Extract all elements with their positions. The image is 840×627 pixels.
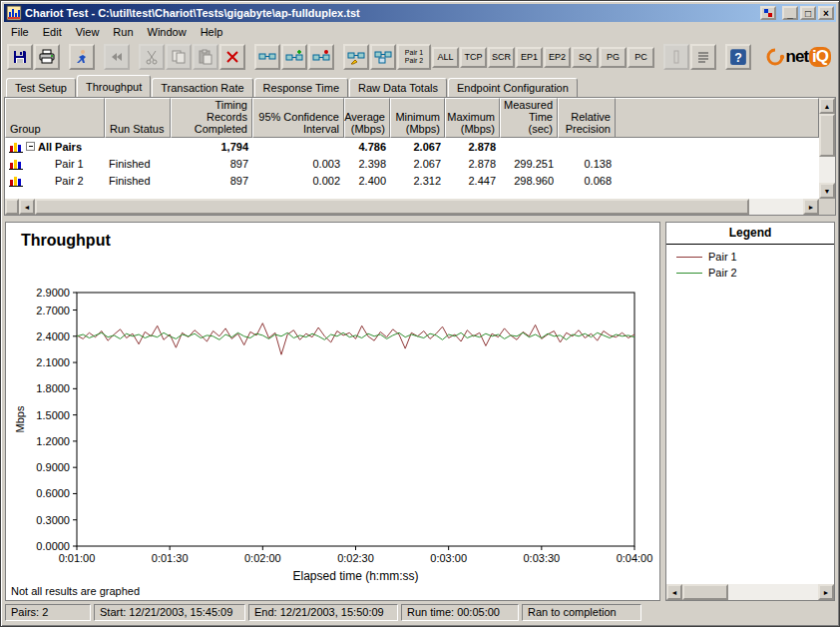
column-header-relative[interactable]: Relative Precision	[558, 98, 616, 138]
replicate-pair-button[interactable]	[370, 44, 396, 70]
scroll-right-button[interactable]: ►	[803, 199, 819, 215]
table-row-pair-1[interactable]: Pair 1Finished8970.0032.3982.0672.878299…	[5, 155, 819, 172]
scroll-left-button[interactable]: ◄	[19, 199, 35, 215]
add-pair-button[interactable]	[254, 44, 280, 70]
maximize-button[interactable]: □	[800, 6, 816, 20]
pane-splitter-button[interactable]	[5, 199, 19, 215]
svg-text:Mbps: Mbps	[14, 405, 26, 432]
legend-hscroll-thumb[interactable]	[682, 584, 728, 600]
pair-icon	[258, 49, 276, 65]
scroll-up-button[interactable]: ▲	[819, 98, 835, 114]
menu-edit[interactable]: Edit	[36, 24, 69, 40]
column-header-timing-records[interactable]: Timing Records Completed	[171, 98, 252, 138]
column-header-run-status[interactable]: Run Status	[105, 98, 171, 138]
tab-transaction-rate[interactable]: Transaction Rate	[152, 78, 252, 97]
menu-file[interactable]: File	[4, 24, 36, 40]
netiq-logo-net: net	[786, 47, 809, 67]
scissors-icon	[144, 49, 160, 65]
column-header-95-confidence[interactable]: 95% Confidence Interval	[252, 98, 344, 138]
pairs-list-button[interactable]: Pair 1Pair 2	[397, 44, 431, 70]
tab-response-time[interactable]: Response Time	[254, 78, 348, 97]
delete-x-icon	[224, 49, 240, 65]
cell-maximum: 2.878	[445, 158, 500, 170]
save-button[interactable]	[7, 44, 33, 70]
table-header: GroupRun StatusTiming Records Completed9…	[5, 98, 819, 138]
column-header-maximum[interactable]: Maximum (Mbps)	[445, 98, 500, 138]
legend-scroll-right-button[interactable]: ►	[818, 584, 834, 600]
collapse-toggle[interactable]	[26, 142, 35, 151]
svg-text:1.5000: 1.5000	[36, 409, 70, 421]
menu-window[interactable]: Window	[141, 24, 194, 40]
svg-text:1.2000: 1.2000	[36, 435, 70, 447]
legend-line-sample	[676, 257, 702, 258]
rewind-results-button[interactable]	[104, 44, 130, 70]
title-bar[interactable]: Chariot Test - C:\util\test\Chariot\Test…	[4, 4, 836, 22]
column-header-minimum[interactable]: Minimum (Mbps)	[390, 98, 445, 138]
help-button[interactable]: ?	[725, 44, 751, 70]
column-header-average[interactable]: Average (Mbps)	[344, 98, 390, 138]
filter-ep1-button[interactable]: EP1	[516, 47, 543, 68]
cell-average: 2.398	[344, 158, 390, 170]
delete-button[interactable]	[219, 44, 245, 70]
vscroll-thumb[interactable]	[819, 114, 835, 157]
cut-button[interactable]	[139, 44, 165, 70]
filter-ep2-button[interactable]: EP2	[544, 47, 571, 68]
grip-icon	[668, 49, 684, 65]
pair-chart-icon	[9, 141, 23, 153]
cell-timing-records: 897	[171, 175, 252, 187]
menu-help[interactable]: Help	[194, 24, 230, 40]
print-button[interactable]	[34, 44, 60, 70]
add-vpn-pair-button[interactable]	[308, 44, 334, 70]
legend-hscroll-track[interactable]	[682, 584, 818, 600]
tab-endpoint-configuration[interactable]: Endpoint Configuration	[448, 78, 578, 97]
close-button[interactable]: ×	[818, 6, 834, 20]
copy-button[interactable]	[166, 44, 192, 70]
paste-button[interactable]	[193, 44, 218, 70]
filter-sq-button[interactable]: SQ	[572, 47, 599, 68]
svg-text:0.9000: 0.9000	[36, 461, 70, 473]
filter-pc-button[interactable]: PC	[628, 47, 654, 68]
table-vscrollbar[interactable]: ▲ ▼	[819, 98, 835, 199]
add-multicast-group-button[interactable]	[281, 44, 307, 70]
cell-minimum: 2.067	[390, 158, 445, 170]
show-report-button[interactable]	[690, 44, 716, 70]
run-test-button[interactable]	[69, 44, 95, 70]
tab-test-setup[interactable]: Test Setup	[6, 78, 76, 97]
svg-text:0:04:00: 0:04:00	[617, 552, 653, 564]
svg-text:0:02:00: 0:02:00	[244, 552, 281, 564]
cell-95-confidence: 0.003	[252, 158, 344, 170]
table-row-pair-2[interactable]: Pair 2Finished8970.0022.4002.3122.447298…	[5, 172, 819, 189]
scrollbar-corner	[819, 199, 835, 215]
minimize-button[interactable]: _	[782, 6, 798, 20]
filter-tcp-button[interactable]: TCP	[460, 47, 487, 68]
legend-entry-pair-2: Pair 2	[666, 265, 834, 281]
filter-scr-button[interactable]: SCR	[488, 47, 515, 68]
filter-all-button[interactable]: ALL	[432, 47, 459, 68]
titlebar-extra-button[interactable]	[760, 6, 776, 20]
cell-timing-records: 1,794	[171, 141, 252, 153]
cell-maximum: 2.878	[445, 141, 500, 153]
hscroll-track[interactable]	[35, 199, 803, 215]
chart-panel: Throughput 0.00000.30000.60000.90001.200…	[5, 222, 660, 601]
svg-text:?: ?	[734, 51, 742, 65]
menu-run[interactable]: Run	[106, 24, 140, 40]
tab-raw-data-totals[interactable]: Raw Data Totals	[349, 78, 447, 97]
pair-chart-icon	[9, 158, 23, 170]
legend-scroll-left-button[interactable]: ◄	[666, 584, 682, 600]
svg-text:Elapsed time (h:mm:ss): Elapsed time (h:mm:ss)	[292, 569, 418, 583]
menu-view[interactable]: View	[69, 24, 107, 40]
table-row-all-pairs[interactable]: All Pairs1,7944.7862.0672.878	[5, 138, 819, 155]
column-header-measured[interactable]: Measured Time (sec)	[500, 98, 558, 138]
tab-throughput[interactable]: Throughput	[77, 75, 151, 97]
scroll-down-button[interactable]: ▼	[819, 183, 835, 199]
column-header-group[interactable]: Group	[5, 98, 105, 138]
edit-pair-button[interactable]	[343, 44, 369, 70]
hscroll-thumb[interactable]	[35, 199, 749, 215]
cell-run-status: Finished	[105, 175, 171, 187]
table-hscrollbar[interactable]: ◄ ►	[5, 199, 819, 215]
column-options-button[interactable]	[663, 44, 689, 70]
filter-pg-button[interactable]: PG	[600, 47, 627, 68]
vscroll-track[interactable]	[819, 114, 835, 183]
svg-text:2.9000: 2.9000	[36, 287, 70, 299]
legend-hscrollbar[interactable]: ◄ ►	[666, 584, 834, 600]
